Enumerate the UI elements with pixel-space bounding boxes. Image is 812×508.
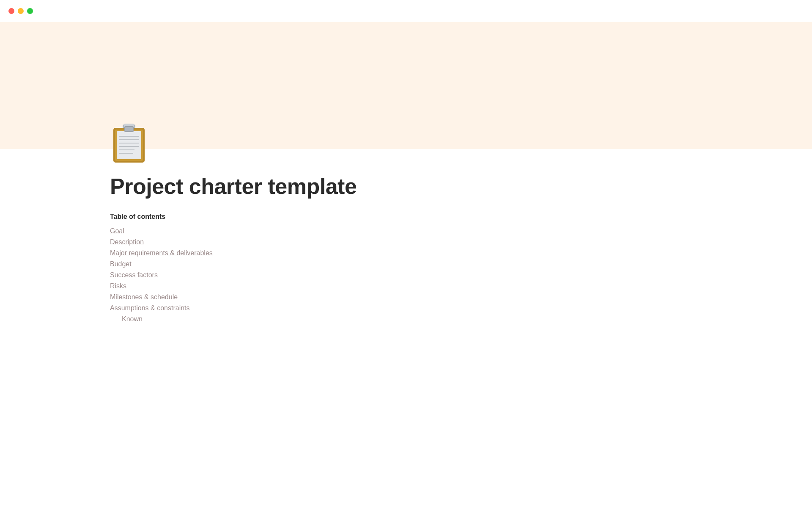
page-icon-area: [110, 124, 474, 166]
toc-heading: Table of contents: [110, 213, 474, 221]
toc-link-description[interactable]: Description: [110, 238, 144, 246]
title-bar: [0, 0, 812, 22]
toc-link-budget[interactable]: Budget: [110, 260, 132, 268]
toc-item-milestones: Milestones & schedule: [110, 293, 474, 301]
main-content: Project charter template Table of conten…: [110, 124, 474, 352]
svg-rect-4: [117, 131, 141, 159]
maximize-button[interactable]: [27, 8, 33, 14]
close-button[interactable]: [8, 8, 14, 14]
toc-item-success-factors: Success factors: [110, 271, 474, 279]
toc-link-success-factors[interactable]: Success factors: [110, 271, 158, 279]
minimize-button[interactable]: [18, 8, 24, 14]
table-of-contents: Table of contents Goal Description Major…: [110, 213, 474, 323]
toc-item-requirements: Major requirements & deliverables: [110, 249, 474, 257]
page-title: Project charter template: [110, 174, 474, 199]
toc-link-risks[interactable]: Risks: [110, 282, 126, 290]
svg-rect-12: [125, 127, 133, 131]
toc-link-requirements[interactable]: Major requirements & deliverables: [110, 249, 213, 257]
toc-item-goal: Goal: [110, 227, 474, 235]
toc-link-known[interactable]: Known: [122, 315, 143, 323]
toc-item-assumptions: Assumptions & constraints: [110, 304, 474, 312]
toc-link-assumptions[interactable]: Assumptions & constraints: [110, 304, 190, 312]
toc-item-risks: Risks: [110, 282, 474, 290]
toc-item-description: Description: [110, 238, 474, 246]
clipboard-icon: [110, 124, 148, 164]
toc-link-goal[interactable]: Goal: [110, 227, 124, 235]
toc-item-known: Known: [110, 315, 474, 323]
toc-link-milestones[interactable]: Milestones & schedule: [110, 293, 178, 301]
toc-item-budget: Budget: [110, 260, 474, 268]
toc-list: Goal Description Major requirements & de…: [110, 227, 474, 323]
